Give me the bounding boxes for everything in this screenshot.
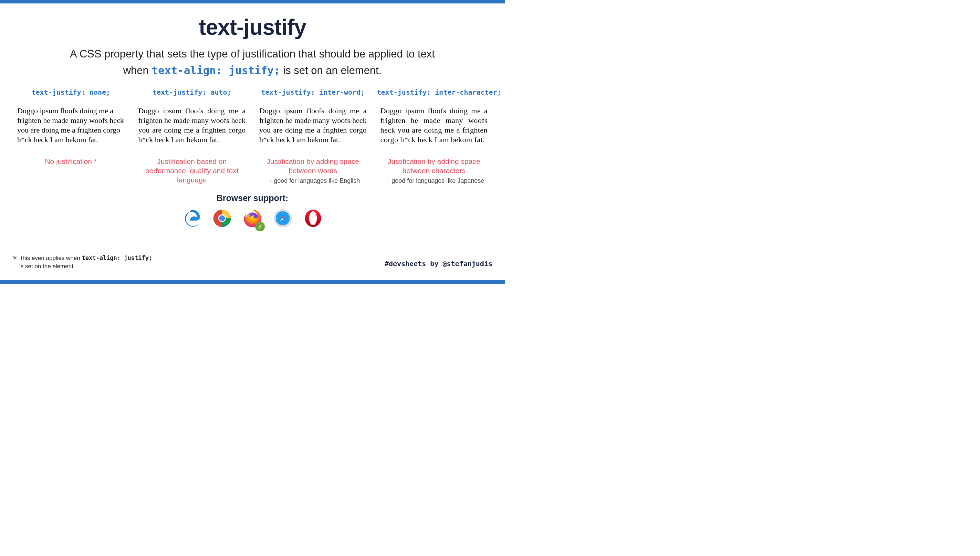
subtitle-code: text-align: justify; bbox=[152, 64, 280, 76]
svg-point-2 bbox=[219, 215, 225, 221]
col-header: text-justify: inter-word; bbox=[256, 88, 370, 96]
caption: Justification based on performance, qual… bbox=[135, 157, 249, 185]
sample-text-auto: Doggo ipsum floofs doing me a frighten h… bbox=[135, 106, 249, 145]
example-auto: text-justify: auto; Doggo ipsum floofs d… bbox=[135, 88, 249, 185]
opera-icon bbox=[303, 208, 323, 229]
footnote-code: text-align: justify; bbox=[82, 254, 152, 261]
footnote-text-after: is set on the element bbox=[19, 263, 73, 270]
caption-note: good for languages like English bbox=[256, 177, 370, 184]
col-header: text-justify: inter-character; bbox=[377, 88, 492, 96]
col-header: text-justify: auto; bbox=[135, 88, 249, 96]
credit-line: #devsheets by @stefanjudis bbox=[385, 260, 492, 268]
caption-note: good for languages like Japanese bbox=[377, 177, 492, 184]
page-subtitle: A CSS property that sets the type of jus… bbox=[0, 46, 505, 79]
browser-support: Browser support: bbox=[0, 193, 505, 229]
safari-icon bbox=[273, 208, 292, 229]
edge-icon bbox=[182, 208, 201, 229]
footnote-star-icon: ✳ bbox=[12, 255, 17, 261]
firefox-icon bbox=[243, 208, 262, 229]
browser-support-label: Browser support: bbox=[0, 193, 505, 203]
subtitle-after-code: is set on an element. bbox=[280, 65, 382, 76]
col-header: text-justify: none; bbox=[14, 88, 128, 96]
sample-text-inter-word: Doggo ipsum floofs doing me a frighten h… bbox=[256, 106, 370, 145]
check-badge-icon bbox=[255, 222, 265, 231]
browser-icons-row bbox=[0, 208, 505, 229]
example-inter-character: text-justify: inter-character; Doggo ips… bbox=[377, 88, 492, 185]
chrome-icon bbox=[212, 208, 232, 229]
sample-text-none: Doggo ipsum floofs doing me a frighten h… bbox=[14, 106, 128, 145]
page-title: text-justify bbox=[0, 15, 505, 40]
example-none: text-justify: none; Doggo ipsum floofs d… bbox=[14, 88, 128, 185]
svg-point-21 bbox=[309, 211, 317, 225]
subtitle-before-code: when bbox=[123, 65, 152, 76]
caption: Justification by adding space between ch… bbox=[377, 157, 492, 176]
sample-text-inter-character: Doggo ipsum floofs doing me a frighten h… bbox=[377, 106, 492, 145]
example-inter-word: text-justify: inter-word; Doggo ipsum fl… bbox=[256, 88, 370, 185]
footnote: ✳ this even applies when text-align: jus… bbox=[12, 254, 152, 271]
footnote-text-before: this even applies when bbox=[21, 255, 82, 261]
devsheet-card: text-justify A CSS property that sets th… bbox=[0, 0, 505, 284]
caption: No justification * bbox=[14, 157, 128, 166]
caption: Justification by adding space between wo… bbox=[256, 157, 370, 176]
examples-row: text-justify: none; Doggo ipsum floofs d… bbox=[0, 79, 505, 185]
subtitle-line1: A CSS property that sets the type of jus… bbox=[70, 48, 435, 60]
